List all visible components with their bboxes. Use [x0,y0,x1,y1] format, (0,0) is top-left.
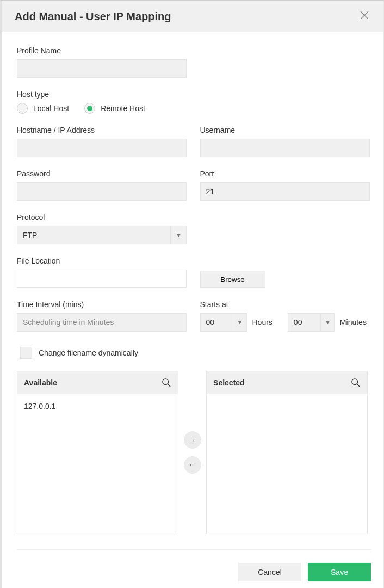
time-interval-input[interactable] [17,313,187,332]
remote-host-label: Remote Host [101,104,145,113]
arrow-right-icon: → [188,435,197,445]
selected-list [207,394,367,534]
available-panel: Available 127.0.0.1 [17,371,178,534]
local-host-radio[interactable]: Local Host [17,103,69,114]
start-hours-select[interactable]: 00 ▼ [200,313,247,332]
selected-title: Selected [213,378,245,387]
svg-line-5 [357,384,360,387]
password-input[interactable] [17,182,187,201]
chevron-down-icon: ▼ [170,226,187,244]
list-item[interactable]: 127.0.0.1 [17,399,178,414]
arrow-left-icon: ← [188,460,197,470]
protocol-label: Protocol [17,213,368,222]
hostname-input[interactable] [17,139,187,157]
file-location-label: File Location [17,256,185,265]
selected-panel: Selected [206,371,368,534]
chevron-down-icon: ▼ [320,313,335,332]
hostname-label: Hostname / IP Address [17,126,185,134]
starts-at-label: Starts at [200,300,368,309]
search-icon[interactable] [351,378,361,388]
svg-point-4 [352,378,358,384]
profile-name-input[interactable] [17,59,187,78]
dialog-title: Add Manual - User IP Mapping [15,10,171,23]
file-location-input[interactable] [17,270,187,288]
change-filename-label: Change filename dynamically [39,348,138,357]
start-minutes-select[interactable]: 00 ▼ [288,313,335,332]
search-icon[interactable] [162,378,171,388]
start-minutes-value: 00 [294,318,302,327]
local-host-label: Local Host [33,104,69,113]
radio-icon [17,103,28,114]
browse-button[interactable]: Browse [200,271,265,288]
protocol-select[interactable]: FTP ▼ [17,226,187,244]
port-label: Port [200,169,368,178]
port-input[interactable] [200,182,370,201]
save-button[interactable]: Save [308,563,371,581]
move-right-button[interactable]: → [184,431,201,449]
svg-line-3 [168,384,171,387]
minutes-unit: Minutes [340,318,367,327]
cancel-button[interactable]: Cancel [238,563,301,581]
remote-host-radio[interactable]: Remote Host [84,103,145,114]
time-interval-label: Time Interval (mins) [17,300,185,309]
username-label: Username [200,126,368,134]
protocol-value: FTP [23,231,37,240]
available-list: 127.0.0.1 [17,394,178,534]
svg-point-2 [163,378,169,384]
close-icon[interactable] [359,10,370,23]
start-hours-value: 00 [206,318,215,327]
hours-unit: Hours [252,318,272,327]
dialog-header: Add Manual - User IP Mapping [2,1,383,32]
password-label: Password [17,169,185,178]
username-input[interactable] [200,139,370,157]
profile-name-label: Profile Name [17,46,368,55]
move-left-button[interactable]: ← [184,456,201,474]
available-title: Available [24,378,57,387]
host-type-label: Host type [17,90,368,99]
change-filename-checkbox[interactable] [20,347,32,359]
chevron-down-icon: ▼ [233,313,247,332]
radio-icon [84,103,95,114]
